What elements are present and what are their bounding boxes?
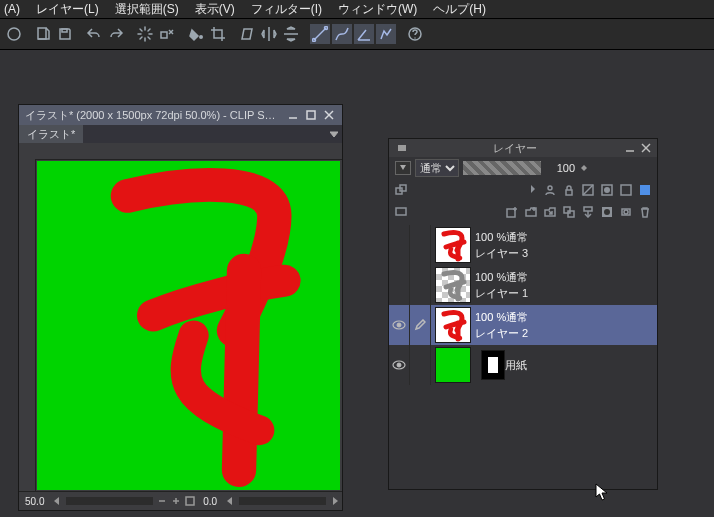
zoom-minus-icon[interactable] — [155, 494, 169, 508]
canvas[interactable] — [37, 161, 340, 490]
svg-line-8 — [148, 37, 150, 39]
menu-help[interactable]: ヘルプ(H) — [433, 1, 486, 18]
zoom-plus-icon[interactable] — [169, 494, 183, 508]
panel-close-icon[interactable] — [639, 141, 653, 155]
layer-name-label[interactable]: 用紙 — [505, 358, 527, 373]
menu-window[interactable]: ウィンドウ(W) — [338, 1, 417, 18]
apply-mask-icon[interactable] — [618, 204, 634, 220]
edit-indicator[interactable] — [410, 265, 431, 305]
new-layer-icon[interactable] — [504, 204, 520, 220]
menu-view[interactable]: 表示(V) — [195, 1, 235, 18]
layer-name-label[interactable]: レイヤー 3 — [475, 246, 528, 261]
edit-indicator[interactable] — [410, 225, 431, 265]
crop-icon[interactable] — [208, 24, 228, 44]
layer-labels: 100 %通常レイヤー 2 — [475, 310, 528, 341]
brush-shape-icon[interactable] — [376, 24, 396, 44]
svg-rect-57 — [564, 207, 570, 213]
save-icon[interactable] — [55, 24, 75, 44]
mask-enable-icon[interactable] — [599, 182, 615, 198]
fit-icon[interactable] — [183, 494, 197, 508]
menu-filter[interactable]: フィルター(I) — [251, 1, 322, 18]
zoom-slider[interactable] — [66, 497, 153, 505]
transfer-down-icon[interactable] — [561, 204, 577, 220]
clip-layer-icon[interactable] — [393, 182, 409, 198]
canvas-tab[interactable]: イラスト* — [19, 125, 83, 143]
layer-paper[interactable]: 用紙 — [389, 345, 657, 385]
svg-rect-44 — [566, 190, 572, 195]
help-icon[interactable] — [405, 24, 425, 44]
canvas-titlebar[interactable]: イラスト* (2000 x 1500px 72dpi 50.0%) - CLIP… — [19, 105, 342, 125]
skew-icon[interactable] — [237, 24, 257, 44]
ruler-frame-icon[interactable] — [618, 182, 634, 198]
angle-icon[interactable] — [354, 24, 374, 44]
visibility-toggle[interactable] — [389, 265, 410, 305]
layer-thumbnail — [435, 307, 471, 343]
svg-rect-29 — [186, 497, 194, 505]
opacity-spinner[interactable] — [579, 161, 589, 175]
panel-collapse-icon[interactable] — [623, 141, 637, 155]
zoom-value[interactable]: 50.0 — [19, 496, 50, 507]
layer-name-label[interactable]: レイヤー 1 — [475, 286, 528, 301]
delete-layer-icon[interactable] — [637, 204, 653, 220]
layer-layer2[interactable]: 100 %通常レイヤー 2 — [389, 305, 657, 345]
edit-indicator[interactable] — [410, 305, 431, 345]
edit-indicator[interactable] — [410, 345, 431, 385]
tab-dropdown-icon[interactable] — [326, 125, 342, 143]
close-icon[interactable] — [322, 108, 336, 122]
svg-marker-38 — [400, 165, 406, 170]
clear-icon[interactable] — [157, 24, 177, 44]
undo-icon[interactable] — [84, 24, 104, 44]
canvas-window: イラスト* (2000 x 1500px 72dpi 50.0%) - CLIP… — [18, 104, 343, 511]
merge-down-icon[interactable] — [580, 204, 596, 220]
rot-right-icon[interactable] — [328, 494, 342, 508]
minimize-icon[interactable] — [286, 108, 300, 122]
draft-layer-icon[interactable] — [542, 182, 558, 198]
blend-mode-select[interactable]: 通常 — [415, 159, 459, 177]
page-icon[interactable] — [33, 24, 53, 44]
svg-marker-25 — [54, 497, 59, 505]
svg-point-66 — [397, 323, 401, 327]
ruler-curve-icon[interactable] — [332, 24, 352, 44]
flip-v-icon[interactable] — [281, 24, 301, 44]
lock-transparent-icon[interactable] — [580, 182, 596, 198]
rot-slider[interactable] — [239, 497, 326, 505]
circle-icon[interactable] — [4, 24, 24, 44]
zoom-left-icon[interactable] — [50, 494, 64, 508]
folder-into-icon[interactable] — [542, 204, 558, 220]
layer-panel-titlebar[interactable]: レイヤー — [389, 139, 657, 157]
layer-layer1[interactable]: 100 %通常レイヤー 1 — [389, 265, 657, 305]
opacity-value[interactable]: 100 — [545, 162, 575, 174]
lock-icon[interactable] — [561, 182, 577, 198]
color-swatch[interactable] — [395, 161, 411, 175]
canvas-area — [19, 143, 342, 492]
burst-icon[interactable] — [135, 24, 155, 44]
redo-icon[interactable] — [106, 24, 126, 44]
visibility-toggle[interactable] — [389, 345, 410, 385]
menu-layer[interactable]: レイヤー(L) — [36, 1, 99, 18]
reference-layer-icon[interactable] — [523, 182, 539, 198]
fill-icon[interactable] — [186, 24, 206, 44]
layer-thumbnail — [435, 267, 471, 303]
flip-h-icon[interactable] — [259, 24, 279, 44]
opacity-slider[interactable] — [463, 161, 541, 175]
visibility-toggle[interactable] — [389, 305, 410, 345]
new-folder-icon[interactable] — [523, 204, 539, 220]
rot-left-icon[interactable] — [223, 494, 237, 508]
svg-rect-2 — [62, 29, 67, 32]
ruler-line-icon[interactable] — [310, 24, 330, 44]
layer-color-icon[interactable] — [637, 182, 653, 198]
svg-point-16 — [313, 39, 316, 42]
layer-mask-thumb[interactable] — [481, 350, 505, 380]
rotation-value[interactable]: 0.0 — [197, 496, 223, 507]
maximize-icon[interactable] — [304, 108, 318, 122]
menu-a[interactable]: (A) — [4, 2, 20, 16]
panel-menu-icon[interactable] — [395, 141, 409, 155]
svg-rect-1 — [38, 28, 46, 39]
layer-name-label[interactable]: レイヤー 2 — [475, 326, 528, 341]
menu-select[interactable]: 選択範囲(S) — [115, 1, 179, 18]
svg-marker-40 — [581, 168, 587, 171]
panel-indicator-icon[interactable] — [393, 204, 409, 220]
visibility-toggle[interactable] — [389, 225, 410, 265]
layer-layer3[interactable]: 100 %通常レイヤー 3 — [389, 225, 657, 265]
create-mask-icon[interactable] — [599, 204, 615, 220]
